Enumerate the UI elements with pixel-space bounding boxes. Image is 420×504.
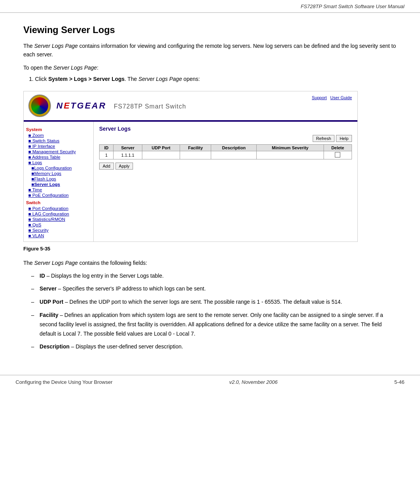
system-section-label: System — [26, 127, 91, 132]
page-title: Viewing Server Logs — [23, 24, 397, 35]
sidebar-item-flash-logs[interactable]: ■Flash Logs — [26, 176, 91, 182]
sidebar-item-server-logs[interactable]: ■Server Logs — [26, 182, 91, 187]
switch-section-label: Switch — [26, 200, 91, 205]
field-server-content: Server – Specifies the server's IP addre… — [40, 284, 397, 294]
fields-list: ID – Displays the log entry in the Serve… — [31, 271, 397, 352]
add-button[interactable]: Add — [99, 163, 114, 170]
italic-server-logs-page-2: Server Logs Page — [53, 65, 97, 71]
steps-list: Click System > Logs > Server Logs. The S… — [35, 75, 397, 83]
col-header-delete: Delete — [324, 145, 352, 151]
field-udp-port-name: UDP Port — [40, 299, 63, 305]
field-udp-port: UDP Port – Defines the UDP port to which… — [31, 298, 397, 307]
sidebar-scroll: System ■ Zoom ■ Switch Status ■ IP Inter… — [26, 125, 91, 238]
cell-delete[interactable] — [324, 151, 352, 159]
ng-page-heading: Server Logs — [99, 126, 352, 132]
ng-toolbar: Refresh Help — [99, 135, 352, 142]
brand-name: NETGEAR FS728TP Smart Switch — [56, 101, 353, 111]
delete-checkbox[interactable] — [335, 152, 340, 158]
field-description: Description – Displays the user-defined … — [31, 342, 397, 352]
logo-inner — [31, 97, 48, 114]
sidebar-item-qos[interactable]: ■ QoS — [26, 222, 91, 228]
field-facility-name: Facility — [40, 312, 58, 318]
ng-brand: NETGEAR FS728TP Smart Switch — [56, 101, 353, 111]
figure-caption: Figure 5-35 — [23, 246, 397, 252]
footer-center: v2.0, November 2006 — [229, 379, 277, 385]
sidebar-item-logs-config[interactable]: ■Logs Configuration — [26, 165, 91, 171]
sidebar-item-port-config[interactable]: ■ Port Configuration — [26, 206, 91, 211]
step-intro: To open the Server Logs Page: — [23, 65, 397, 71]
sidebar-item-memory-logs[interactable]: ■Memory Logs — [26, 171, 91, 176]
help-button[interactable]: Help — [336, 135, 352, 142]
sidebar-item-ip-interface[interactable]: ■ IP Interface — [26, 144, 91, 149]
sidebar-item-time[interactable]: ■ Time — [26, 187, 91, 192]
step1-bold: System > Logs > Server Logs — [48, 76, 124, 82]
field-description-name: Description — [40, 343, 70, 350]
sidebar-item-management-security[interactable]: ■ Management Security — [26, 149, 91, 154]
apply-button[interactable]: Apply — [116, 163, 133, 170]
italic-server-logs-page-1: Server Logs Page — [34, 43, 78, 49]
sidebar-item-zoom[interactable]: ■ Zoom — [26, 133, 91, 138]
sidebar-item-switch-status[interactable]: ■ Switch Status — [26, 138, 91, 144]
field-udp-port-content: UDP Port – Defines the UDP port to which… — [40, 298, 397, 307]
ng-main-panel: Server Logs Refresh Help ID Server UDP P… — [94, 122, 357, 242]
screenshot-box: NETGEAR FS728TP Smart Switch Support Use… — [23, 91, 358, 242]
sidebar-item-lag-config[interactable]: ■ LAG Configuration — [26, 211, 91, 217]
field-description-content: Description – Displays the user-defined … — [40, 342, 397, 352]
sidebar-item-logs[interactable]: ■ Logs — [26, 160, 91, 165]
italic-server-logs-page-4: Server Logs Page — [34, 260, 78, 266]
server-logs-table: ID Server UDP Port Facility Description … — [99, 144, 352, 159]
field-id: ID – Displays the log entry in the Serve… — [31, 271, 397, 281]
sidebar-item-address-table[interactable]: ■ Address Table — [26, 154, 91, 160]
support-link[interactable]: Support — [312, 95, 327, 100]
refresh-button[interactable]: Refresh — [313, 135, 335, 142]
sidebar-item-poe-config[interactable]: ■ PoE Configuration — [26, 192, 91, 198]
cell-min-severity — [257, 151, 324, 159]
col-header-server: Server — [114, 145, 142, 151]
field-facility: Facility – Defines an application from w… — [31, 311, 397, 338]
ng-support-links: Support User Guide — [310, 95, 352, 100]
cell-description — [211, 151, 257, 159]
main-content: Viewing Server Logs The Server Logs Page… — [0, 13, 420, 367]
netgear-logo — [28, 94, 51, 117]
italic-server-logs-page-3: Server Logs Page — [138, 76, 182, 82]
doc-footer: Configuring the Device Using Your Browse… — [0, 375, 420, 389]
ng-sidebar: System ■ Zoom ■ Switch Status ■ IP Inter… — [24, 122, 94, 242]
sidebar-item-vlan[interactable]: ■ VLAN — [26, 233, 91, 238]
ng-header: NETGEAR FS728TP Smart Switch Support Use… — [24, 91, 357, 122]
col-header-facility: Facility — [180, 145, 211, 151]
cell-id: 1 — [100, 151, 114, 159]
user-guide-link[interactable]: User Guide — [330, 95, 352, 100]
field-server-name: Server — [40, 285, 57, 292]
product-name: FS728TP Smart Switch — [114, 103, 186, 110]
step-1: Click System > Logs > Server Logs. The S… — [35, 75, 397, 83]
field-id-content: ID – Displays the log entry in the Serve… — [40, 271, 397, 281]
col-header-udp-port: UDP Port — [142, 145, 180, 151]
table-row: 1 1.1.1.1 — [100, 151, 352, 159]
table-header-row: ID Server UDP Port Facility Description … — [100, 145, 352, 151]
doc-header: FS728TP Smart Switch Software User Manua… — [0, 0, 420, 13]
field-id-name: ID — [40, 273, 45, 279]
cell-facility — [180, 151, 211, 159]
field-facility-content: Facility – Defines an application from w… — [40, 311, 397, 338]
field-server: Server – Specifies the server's IP addre… — [31, 284, 397, 294]
cell-server: 1.1.1.1 — [114, 151, 142, 159]
footer-left: Configuring the Device Using Your Browse… — [16, 379, 112, 385]
footer-right: 5-46 — [394, 379, 404, 385]
cell-udp-port — [142, 151, 180, 159]
col-header-min-severity: Minimum Severity — [257, 145, 324, 151]
sidebar-item-stats-rmon[interactable]: ■ Statistics/RMON — [26, 217, 91, 222]
field-desc-intro: The Server Logs Page contains the follow… — [23, 259, 397, 267]
col-header-description: Description — [211, 145, 257, 151]
col-header-id: ID — [100, 145, 114, 151]
table-action-buttons: Add Apply — [99, 163, 352, 170]
intro-paragraph-1: The Server Logs Page contains informatio… — [23, 42, 397, 59]
manual-title: FS728TP Smart Switch Software User Manua… — [301, 4, 404, 9]
sidebar-item-security[interactable]: ■ Security — [26, 228, 91, 233]
ng-body: System ■ Zoom ■ Switch Status ■ IP Inter… — [24, 122, 357, 242]
